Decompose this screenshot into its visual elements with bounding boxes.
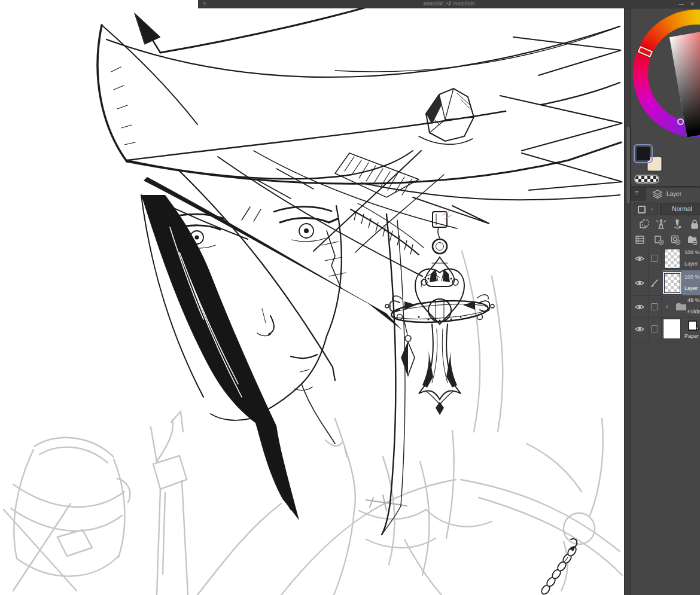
palette-color-square-icon — [638, 206, 646, 213]
tab-layer-label: Layer — [666, 191, 681, 197]
layer-toolbar-row2 — [631, 232, 700, 248]
tab-layer[interactable]: Layer — [646, 188, 700, 202]
canvas-artwork — [0, 0, 624, 595]
layer-row-1[interactable]: 100 % Layer — [631, 247, 700, 270]
visibility-icon[interactable] — [635, 326, 644, 332]
right-dock-panel: ≡ Layer ⌄ Normal — [631, 8, 700, 595]
layer-palette-tabbar: ≡ Layer — [631, 186, 700, 201]
chevron-down-icon: ⌄ — [649, 205, 654, 211]
folder-opacity: 49 % — [687, 297, 700, 303]
foreground-color-swatch-selected[interactable] — [634, 144, 653, 163]
foreground-color — [636, 147, 650, 161]
layer-toolbar-row1 — [631, 216, 700, 232]
draft-layer-icon[interactable] — [672, 219, 683, 230]
close-button[interactable]: ✕ — [687, 0, 698, 8]
layer-property-icon[interactable] — [635, 234, 646, 245]
visibility-icon[interactable] — [635, 280, 644, 286]
layer-list-empty-area — [631, 341, 700, 595]
drawing-canvas[interactable] — [0, 0, 624, 595]
paper-name: Paper — [684, 333, 700, 339]
layer-opacity: 100 % — [684, 274, 700, 280]
layer-row-4-paper[interactable]: Paper — [631, 318, 700, 340]
new-raster-layer-icon[interactable] — [653, 234, 664, 245]
new-layer-folder-icon[interactable] — [687, 234, 698, 245]
reference-layer-icon[interactable] — [656, 219, 666, 230]
paper-thumbnail[interactable] — [663, 319, 681, 339]
folder-icon — [675, 303, 687, 311]
layer-row-3-folder[interactable]: › 49 % Folder — [631, 296, 700, 318]
layers-stack-icon — [652, 190, 663, 199]
visibility-icon[interactable] — [635, 255, 644, 262]
canvas-vertical-scrollbar[interactable] — [624, 8, 631, 595]
layer-name: Layer — [684, 261, 700, 267]
folder-name: Folder — [687, 309, 700, 315]
new-vector-layer-icon[interactable] — [670, 234, 681, 245]
window-title: Material: All materials — [198, 1, 700, 7]
visibility-icon[interactable] — [635, 304, 644, 310]
editing-pen-icon — [650, 278, 660, 288]
clip-to-layer-below-icon[interactable] — [639, 219, 650, 230]
layer-palette-menu-icon[interactable]: ≡ — [635, 189, 638, 196]
layer-name: Layer — [684, 285, 700, 291]
layer-row-2-selected[interactable]: 100 % Layer — [631, 270, 700, 296]
select-checkbox[interactable] — [651, 255, 658, 262]
layer-list: 100 % Layer 100 % Layer — [631, 247, 700, 341]
sv-cursor[interactable] — [677, 118, 684, 125]
select-checkbox[interactable] — [651, 303, 658, 310]
layer-thumbnail-selected[interactable] — [664, 273, 680, 293]
minimize-button[interactable]: — — [675, 0, 687, 8]
scrollbar-thumb[interactable] — [626, 126, 631, 205]
material-window-titlebar[interactable]: ≡ Material: All materials —✕ — [198, 0, 700, 8]
lock-icon[interactable] — [689, 219, 700, 230]
blend-mode-dropdown[interactable]: Normal — [660, 203, 700, 215]
blend-row: ⌄ Normal — [631, 201, 700, 217]
select-checkbox[interactable] — [651, 325, 658, 332]
palette-color-dropdown[interactable]: ⌄ — [634, 203, 658, 215]
layer-thumbnail[interactable] — [664, 249, 680, 268]
paper-icon — [687, 320, 699, 332]
expand-chevron-icon[interactable]: › — [666, 303, 668, 310]
layer-opacity: 100 % — [684, 249, 700, 255]
transparent-color-swatch[interactable] — [634, 175, 659, 184]
